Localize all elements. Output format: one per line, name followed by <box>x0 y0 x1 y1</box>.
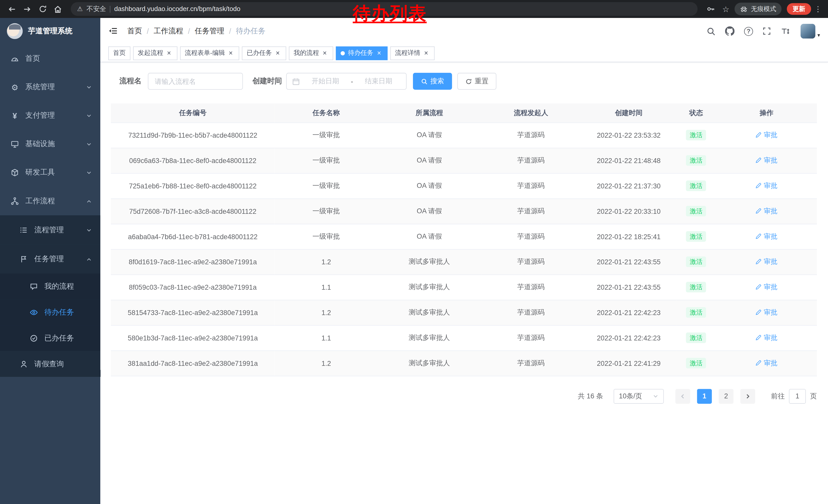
sidebar-item-devtools[interactable]: 研发工具 <box>0 158 100 187</box>
breadcrumb-item-home[interactable]: 首页 <box>127 27 142 36</box>
back-icon[interactable] <box>5 2 18 15</box>
chevron-down-icon <box>87 171 92 175</box>
breadcrumb-item-task-management[interactable]: 任务管理 <box>195 27 224 36</box>
active-tab-dot <box>341 51 345 55</box>
tab-close-icon[interactable]: × <box>227 49 235 57</box>
sidebar-item-system[interactable]: ⚙ 系统管理 <box>0 73 100 101</box>
tab-close-icon[interactable]: × <box>376 49 383 57</box>
sidebar-item-process-management[interactable]: 流程管理 <box>0 215 100 244</box>
chevron-down-icon <box>87 142 92 147</box>
approve-action-link[interactable]: 审批 <box>755 181 778 190</box>
tab[interactable]: 流程详情× <box>390 46 434 60</box>
password-key-icon[interactable] <box>704 2 717 15</box>
approve-action-link[interactable]: 审批 <box>755 232 778 241</box>
sidebar-item-label: 已办任务 <box>44 333 74 343</box>
next-page-button[interactable] <box>740 388 755 404</box>
status-cell: 激活 <box>676 325 716 351</box>
browser-menu-icon[interactable]: ⋮ <box>813 2 823 15</box>
tab[interactable]: 发起流程× <box>133 46 177 60</box>
create-time: 2022-01-21 22:41:29 <box>581 351 676 376</box>
status-cell: 激活 <box>676 300 716 325</box>
search-button[interactable]: 搜索 <box>413 73 452 90</box>
tab[interactable]: 流程表单-编辑× <box>180 46 239 60</box>
page-size-select[interactable]: 10条/页 <box>614 388 664 404</box>
reset-button[interactable]: 重置 <box>457 73 496 90</box>
sidebar-item-done-task[interactable]: 已办任务 <box>0 325 100 351</box>
hamburger-icon[interactable] <box>108 26 119 36</box>
search-button-label: 搜索 <box>430 77 444 86</box>
approve-action-link[interactable]: 审批 <box>755 207 778 216</box>
not-secure-warning-icon: ⚠ <box>77 6 83 12</box>
status-badge: 激活 <box>686 130 706 140</box>
sidebar-item-payment[interactable]: ¥ 支付管理 <box>0 101 100 130</box>
home-icon[interactable] <box>51 2 65 15</box>
process-name-input[interactable] <box>148 73 243 90</box>
task-table-body: 73211d9d-7b9b-11ec-b5b7-acde48001122一级审批… <box>111 123 817 376</box>
font-size-icon[interactable] <box>781 27 790 36</box>
tab-label: 已办任务 <box>247 48 272 57</box>
user-menu[interactable]: ▾ <box>800 24 820 39</box>
reload-icon[interactable] <box>36 2 49 15</box>
tab-close-icon[interactable]: × <box>165 49 173 57</box>
approve-action-link[interactable]: 审批 <box>755 257 778 267</box>
avatar[interactable] <box>800 24 816 39</box>
sidebar-item-label: 基础设施 <box>26 139 55 149</box>
github-icon[interactable] <box>725 27 735 36</box>
process-initiator: 芋道源码 <box>481 198 581 224</box>
search-icon <box>421 78 428 85</box>
date-range-separator: - <box>351 78 353 85</box>
approve-action-link[interactable]: 审批 <box>755 130 778 140</box>
sidebar-item-home[interactable]: 首页 <box>0 44 100 73</box>
approve-action-link[interactable]: 审批 <box>755 358 778 368</box>
filter-form: 流程名 创建时间 开始日期 - 结束日期 搜索 重 <box>111 73 817 90</box>
approve-action-link[interactable]: 审批 <box>755 155 778 165</box>
table-row: 75d72608-7b7f-11ec-a3c8-acde48001122一级审批… <box>111 198 817 224</box>
sidebar-item-my-process[interactable]: 我的流程 <box>0 273 100 299</box>
process-initiator: 芋道源码 <box>481 351 581 376</box>
page-button-2[interactable]: 2 <box>719 388 734 404</box>
approve-label: 审批 <box>764 308 778 317</box>
reset-button-label: 重置 <box>475 77 489 86</box>
breadcrumb-item-workflow[interactable]: 工作流程 <box>154 27 183 36</box>
task-name: 一级审批 <box>275 123 378 148</box>
dashboard-icon <box>10 54 19 63</box>
tab[interactable]: 我的流程× <box>289 46 333 60</box>
sidebar-item-task-management[interactable]: 任务管理 <box>0 244 100 273</box>
approve-action-link[interactable]: 审批 <box>755 308 778 317</box>
breadcrumb-separator: / <box>224 27 236 35</box>
date-range-picker[interactable]: 开始日期 - 结束日期 <box>286 73 407 90</box>
forward-icon[interactable] <box>20 2 34 15</box>
create-time-label: 创建时间 <box>252 77 282 86</box>
goto-page-input[interactable] <box>789 388 806 404</box>
incognito-label: 无痕模式 <box>751 4 776 13</box>
sidebar-item-todo-task[interactable]: 待办任务 <box>0 299 100 325</box>
approve-action-link[interactable]: 审批 <box>755 333 778 342</box>
approve-label: 审批 <box>764 358 778 368</box>
status-badge: 激活 <box>686 206 706 216</box>
approve-action-link[interactable]: 审批 <box>755 282 778 292</box>
update-button[interactable]: 更新 <box>787 3 811 15</box>
task-name: 1.1 <box>275 275 378 300</box>
sidebar-item-workflow[interactable]: 工作流程 <box>0 187 100 215</box>
tab-close-icon[interactable]: × <box>321 49 329 57</box>
tab[interactable]: 已办任务× <box>242 46 286 60</box>
tab-close-icon[interactable]: × <box>422 49 430 57</box>
col-create-time: 创建时间 <box>581 103 676 123</box>
process-initiator: 芋道源码 <box>481 224 581 249</box>
bookmark-star-icon[interactable]: ☆ <box>719 2 732 15</box>
action-cell: 审批 <box>716 300 817 325</box>
sidebar-item-leave-query[interactable]: 请假查询 <box>0 351 100 377</box>
search-icon[interactable] <box>706 27 715 36</box>
fullscreen-icon[interactable] <box>762 27 771 35</box>
sidebar-item-infrastructure[interactable]: 基础设施 <box>0 130 100 158</box>
tab-close-icon[interactable]: × <box>274 49 281 57</box>
tab[interactable]: 待办任务× <box>336 46 387 60</box>
action-cell: 审批 <box>716 275 817 300</box>
table-row: 8f059c03-7ac8-11ec-a9e2-a2380e71991a1.1测… <box>111 275 817 300</box>
tab[interactable]: 首页 <box>108 46 130 60</box>
create-time: 2022-01-22 21:37:30 <box>581 173 676 198</box>
approve-label: 审批 <box>764 155 778 165</box>
prev-page-button[interactable] <box>675 388 690 404</box>
help-icon[interactable]: ? <box>744 27 753 36</box>
page-button-1[interactable]: 1 <box>697 388 712 404</box>
